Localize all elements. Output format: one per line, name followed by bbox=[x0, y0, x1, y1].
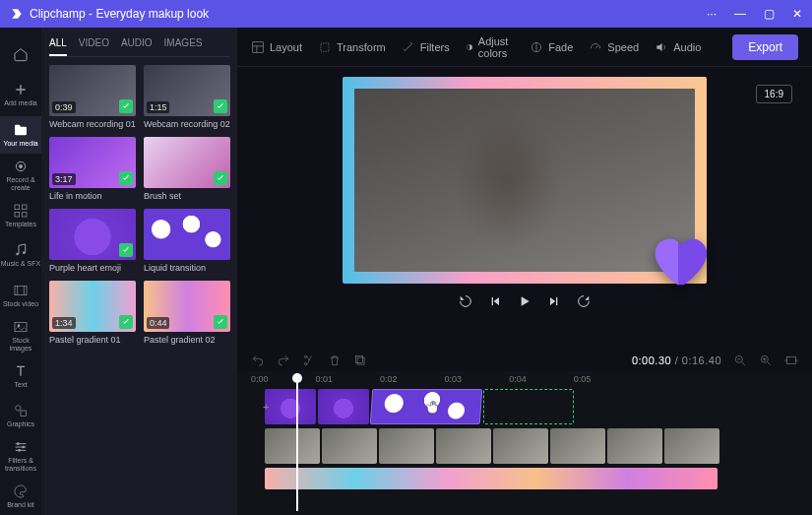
nav-transitions[interactable]: Filters & transitions bbox=[0, 437, 41, 476]
nav-home[interactable] bbox=[0, 35, 41, 74]
nav-stock-video[interactable]: Stock video bbox=[0, 277, 41, 315]
clip-duration: 0:39 bbox=[52, 101, 76, 113]
nav-text[interactable]: Text bbox=[0, 356, 41, 395]
clip-name: Pastel gradient 01 bbox=[49, 335, 136, 345]
timeline-drop-zone[interactable] bbox=[483, 389, 574, 424]
zoom-in-button[interactable] bbox=[759, 354, 773, 367]
play-button[interactable] bbox=[517, 293, 532, 309]
svg-point-13 bbox=[17, 443, 20, 446]
timeline-clip[interactable] bbox=[265, 389, 316, 424]
playhead[interactable] bbox=[296, 375, 298, 511]
media-clip[interactable]: Liquid transition bbox=[144, 209, 230, 273]
tracks: + bbox=[265, 389, 798, 489]
clip-duration: 1:15 bbox=[147, 101, 170, 113]
track-background[interactable] bbox=[265, 468, 798, 489]
timeline-clip[interactable] bbox=[436, 428, 491, 464]
svg-point-20 bbox=[304, 362, 306, 364]
check-icon bbox=[119, 243, 133, 257]
timeline-clip[interactable] bbox=[379, 428, 434, 464]
export-button[interactable]: Export bbox=[732, 34, 798, 60]
tab-images[interactable]: IMAGES bbox=[164, 33, 203, 56]
clip-name: Webcam recording 01 bbox=[49, 119, 136, 129]
preview-canvas[interactable] bbox=[343, 77, 707, 284]
media-clip[interactable]: Purple heart emoji bbox=[49, 209, 136, 273]
nav-stock-images[interactable]: Stock images bbox=[0, 316, 41, 354]
timeline-clip[interactable] bbox=[265, 428, 320, 464]
tool-audio[interactable]: Audio bbox=[655, 40, 701, 54]
wand-icon bbox=[402, 40, 415, 54]
timeline-clip[interactable] bbox=[493, 428, 548, 464]
close-button[interactable]: ✕ bbox=[792, 7, 802, 21]
media-clip[interactable]: 1:34Pastel gradient 01 bbox=[49, 281, 136, 345]
timeline[interactable]: 0:00 0:01 0:02 0:03 0:04 0:05 + bbox=[237, 371, 812, 515]
zoom-fit-button[interactable] bbox=[784, 354, 798, 367]
tool-fade[interactable]: Fade bbox=[530, 40, 573, 54]
tab-video[interactable]: VIDEO bbox=[79, 33, 109, 56]
delete-button[interactable] bbox=[328, 354, 342, 367]
zoom-out-button[interactable] bbox=[733, 354, 747, 367]
media-clip[interactable]: 1:15Webcam recording 02 bbox=[144, 65, 230, 129]
timeline-clip[interactable] bbox=[265, 468, 718, 489]
adjust-icon bbox=[466, 40, 473, 54]
nav-brand[interactable]: Brand kit bbox=[0, 477, 41, 515]
svg-rect-17 bbox=[321, 42, 329, 50]
more-button[interactable]: ··· bbox=[707, 7, 717, 21]
shapes-icon bbox=[13, 403, 29, 418]
timeline-clip[interactable] bbox=[318, 389, 369, 424]
timeline-clip[interactable] bbox=[607, 428, 662, 464]
nav-add-media[interactable]: Add media bbox=[0, 76, 41, 114]
redo-button[interactable] bbox=[277, 354, 290, 367]
nav-graphics[interactable]: Graphics bbox=[0, 397, 41, 435]
duplicate-button[interactable] bbox=[353, 354, 367, 367]
ruler-mark: 0:05 bbox=[574, 374, 592, 384]
nav-your-media[interactable]: Your media bbox=[0, 116, 41, 155]
svg-point-7 bbox=[23, 252, 26, 255]
timeline-clip[interactable] bbox=[664, 428, 719, 464]
svg-rect-12 bbox=[21, 411, 26, 416]
nav-record[interactable]: Record & create bbox=[0, 156, 41, 194]
tool-layout[interactable]: Layout bbox=[251, 40, 302, 54]
timeline-clip[interactable] bbox=[550, 428, 605, 464]
time-ruler[interactable]: 0:00 0:01 0:02 0:03 0:04 0:05 bbox=[251, 371, 798, 387]
window-title: Clipchamp - Everyday makup look bbox=[30, 7, 707, 21]
next-frame-button[interactable] bbox=[546, 293, 562, 309]
split-button[interactable] bbox=[302, 354, 316, 367]
forward-button[interactable] bbox=[576, 293, 592, 309]
prev-frame-button[interactable] bbox=[487, 293, 503, 309]
tool-transform[interactable]: Transform bbox=[318, 40, 386, 54]
add-track-button[interactable]: + bbox=[263, 401, 269, 413]
media-clip[interactable]: 3:17Life in motion bbox=[49, 137, 136, 201]
nav-rail: Add media Your media Record & create Tem… bbox=[0, 28, 41, 515]
timeline-clip[interactable] bbox=[322, 428, 377, 464]
rewind-button[interactable] bbox=[458, 293, 473, 309]
track-video[interactable] bbox=[265, 428, 798, 464]
media-clip[interactable]: Brush set bbox=[144, 137, 230, 201]
music-icon bbox=[13, 242, 29, 258]
clip-name: Brush set bbox=[144, 191, 230, 201]
media-clip[interactable]: 0:44Pastel gradient 02 bbox=[144, 281, 230, 345]
app-logo-icon bbox=[10, 7, 24, 21]
svg-point-11 bbox=[16, 406, 21, 411]
record-icon bbox=[13, 159, 29, 174]
nav-music[interactable]: Music & SFX bbox=[0, 236, 41, 275]
svg-point-21 bbox=[304, 355, 306, 357]
grab-cursor-icon bbox=[424, 397, 444, 418]
nav-templates[interactable]: Templates bbox=[0, 196, 41, 234]
tool-adjust[interactable]: Adjust colors bbox=[466, 35, 515, 59]
tab-all[interactable]: ALL bbox=[49, 33, 67, 56]
titlebar: Clipchamp - Everyday makup look ··· — ▢ … bbox=[0, 0, 812, 28]
aspect-ratio-button[interactable]: 16:9 bbox=[756, 85, 792, 103]
sliders-icon bbox=[13, 439, 29, 455]
heart-overlay bbox=[644, 225, 713, 293]
minimize-button[interactable]: — bbox=[734, 7, 746, 21]
undo-button[interactable] bbox=[251, 354, 265, 367]
tool-speed[interactable]: Speed bbox=[589, 40, 639, 54]
maximize-button[interactable]: ▢ bbox=[764, 7, 775, 21]
media-clip[interactable]: 0:39Webcam recording 01 bbox=[49, 65, 136, 129]
tool-filters[interactable]: Filters bbox=[402, 40, 450, 54]
track-overlay[interactable]: + bbox=[265, 389, 798, 424]
media-panel: ALL VIDEO AUDIO IMAGES 0:39Webcam record… bbox=[41, 28, 237, 515]
media-tabs: ALL VIDEO AUDIO IMAGES bbox=[49, 33, 229, 57]
ruler-mark: 0:02 bbox=[380, 374, 398, 384]
tab-audio[interactable]: AUDIO bbox=[121, 33, 153, 56]
